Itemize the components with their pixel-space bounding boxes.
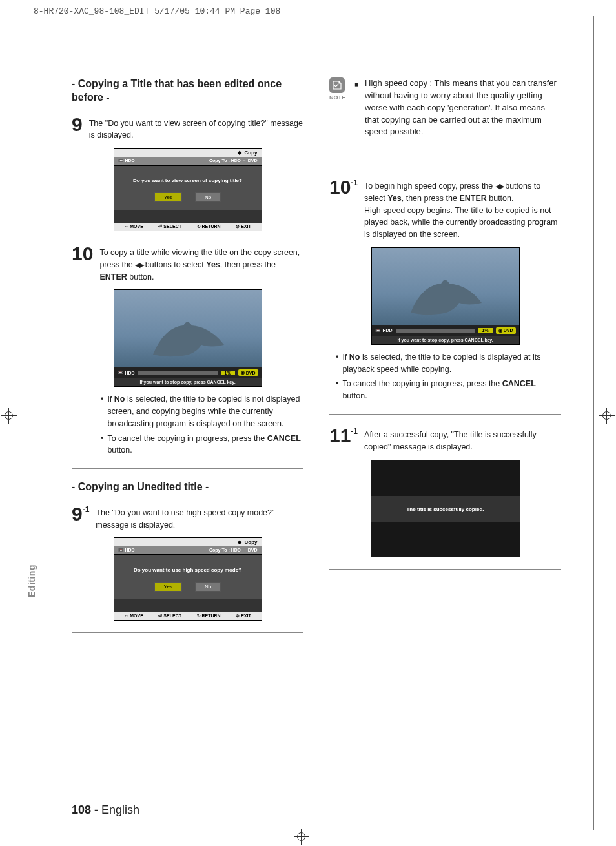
dialog-question: Do you want to use high speed copy mode? (121, 567, 255, 573)
note-bullet-icon: ■ (354, 80, 358, 138)
manual-page: Editing - Copying a Title that has been … (26, 16, 594, 830)
section-divider (72, 468, 303, 469)
screenshot-success: The title is successfully copied. (371, 460, 520, 557)
dialog-question: Do you want to view screen of copying ti… (121, 178, 255, 183)
step-number: 9 (72, 115, 83, 134)
step-body: After a successful copy, "The title is s… (364, 426, 561, 453)
left-column: - Copying a Title that has been edited o… (72, 77, 303, 645)
step-10-1: 10-1 To begin high speed copy, press the… (329, 178, 561, 241)
cancel-hint: If you want to stop copy, press CANCEL k… (114, 378, 262, 386)
dialog-yes-button[interactable]: Yes (154, 582, 182, 592)
step-body: To begin high speed copy, press the ◀▶ b… (364, 178, 561, 241)
section-divider (329, 158, 561, 158)
step-9: 9 The "Do you want to view screen of cop… (72, 115, 303, 142)
screenshot-view-copy-dialog: ◆ Copy 📼 HDD Copy To : HDD → DVD Do you … (114, 148, 262, 231)
step-number: 10 (72, 244, 93, 263)
copy-percent: 1% (221, 371, 235, 375)
dialog-no-button[interactable]: No (195, 582, 221, 592)
dialog-no-button[interactable]: No (195, 192, 221, 202)
step-10-bullets: •If No is selected, the title to be copi… (101, 393, 303, 457)
crop-header: 8-HR720-XAC_98-108_EDIT 5/17/05 10:44 PM… (34, 6, 280, 16)
section-title-copy-unedited: - Copying an Unedited title - (72, 480, 303, 494)
section-divider (329, 569, 561, 570)
dialog-yes-button[interactable]: Yes (154, 192, 182, 202)
right-column: NOTE ■ High speed copy : This means that… (329, 77, 561, 645)
screenshot-copy-progress: 📼 HDD 1% ◉ DVD If you want to stop copy,… (114, 289, 262, 387)
dialog-footer-hints: ↔ MOVE ⏎ SELECT ↻ RETURN ⊘ EXIT (114, 612, 262, 620)
note-text: High speed copy : This means that you ca… (365, 77, 561, 138)
screenshot-highspeed-dialog: ◆ Copy 📼 HDD Copy To : HDD → DVD Do you … (114, 537, 262, 621)
step-10: 10 To copy a title while viewing the tit… (72, 244, 303, 283)
step-body: The "Do you want to use high speed copy … (96, 504, 303, 531)
step-number: 11-1 (329, 426, 358, 446)
cancel-hint: If you want to stop copy, press CANCEL k… (372, 336, 519, 344)
step-10-1-bullets: •If No is selected, the title to be copi… (336, 351, 561, 402)
section-divider (329, 414, 561, 415)
note-icon (329, 77, 345, 93)
step-9-1: 9-1 The "Do you want to use high speed c… (72, 504, 303, 531)
dolphin-image-icon (404, 267, 495, 325)
dolphin-image-icon (147, 309, 237, 367)
crop-mark-icon (1, 408, 17, 424)
page-footer: 108 - English (72, 803, 139, 817)
step-11-1: 11-1 After a successful copy, "The title… (329, 426, 561, 453)
side-tab-editing: Editing (26, 564, 37, 597)
crop-mark-icon (599, 408, 615, 424)
note-block: NOTE ■ High speed copy : This means that… (329, 77, 561, 146)
step-body: To copy a title while viewing the title … (99, 244, 303, 283)
step-body: The "Do you want to view screen of copyi… (89, 115, 303, 142)
copy-percent: 1% (478, 328, 493, 333)
section-divider (72, 632, 303, 633)
dialog-footer-hints: ↔ MOVE ⏎ SELECT ↻ RETURN ⊘ EXIT (114, 223, 262, 231)
screenshot-copy-progress: 📼 HDD 1% ◉ DVD If you want to stop copy,… (371, 247, 520, 345)
section-title-copy-edited: - Copying a Title that has been edited o… (72, 77, 303, 105)
success-message: The title is successfully copied. (371, 496, 520, 522)
crop-mark-icon (294, 829, 309, 845)
step-number: 9-1 (72, 504, 89, 524)
step-number: 10-1 (329, 178, 358, 197)
